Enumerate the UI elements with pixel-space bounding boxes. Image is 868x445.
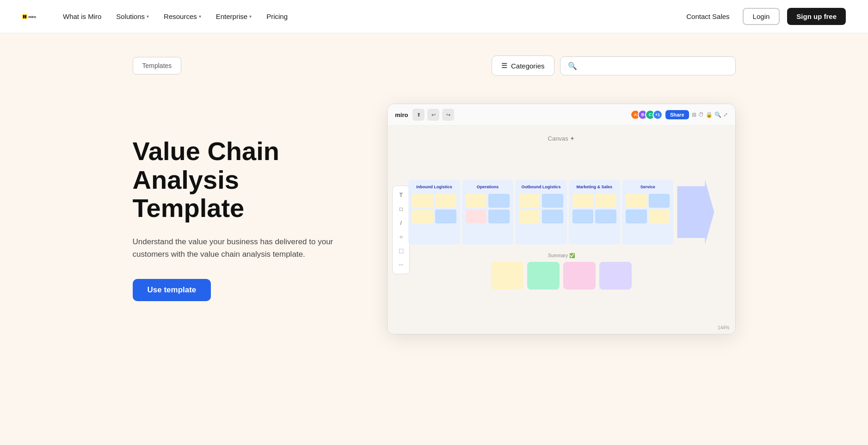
search-categories-bar: ☰ Categories 🔍 bbox=[492, 56, 736, 76]
search-input[interactable] bbox=[582, 62, 728, 70]
canvas-label: Canvas ✦ bbox=[548, 135, 575, 142]
value-chain-diagram: Inbound Logistics Operations bbox=[408, 180, 714, 290]
preview-logo: miro bbox=[395, 111, 408, 118]
nav-link-label: Enterprise bbox=[216, 12, 247, 20]
text-tool[interactable]: T bbox=[394, 189, 407, 202]
sticky-note bbox=[542, 210, 563, 223]
pen-tool[interactable]: / bbox=[394, 216, 407, 229]
sticky-note bbox=[488, 210, 510, 223]
categories-button[interactable]: ☰ Categories bbox=[492, 56, 554, 76]
contact-sales-button[interactable]: Contact Sales bbox=[681, 9, 735, 24]
sticky-note bbox=[595, 194, 616, 208]
signup-button[interactable]: Sign up free bbox=[787, 8, 846, 25]
sticky-note bbox=[542, 194, 563, 208]
nav-link-label: Pricing bbox=[266, 12, 288, 20]
svg-rect-1 bbox=[23, 15, 25, 18]
section-header: Inbound Logistics bbox=[412, 185, 456, 189]
page-title: Value Chain Analysis Template bbox=[133, 137, 351, 222]
toolbar-right: A B C +1 Share ⊞ ⏱ 🔒 🔍 ⤢ bbox=[630, 110, 728, 120]
sticky-note bbox=[649, 210, 670, 223]
svg-rect-0 bbox=[22, 14, 27, 19]
sticky-note bbox=[412, 210, 433, 223]
chain-section-marketing: Marketing & Sales bbox=[569, 180, 620, 245]
search-box[interactable]: 🔍 bbox=[560, 56, 736, 75]
nav-link-label: Resources bbox=[164, 12, 197, 20]
sticky-note bbox=[649, 194, 670, 208]
nav-right: Contact Sales Login Sign up free bbox=[681, 8, 846, 25]
search-icon: 🔍 bbox=[714, 111, 721, 118]
avatar: +1 bbox=[653, 110, 663, 120]
nav-links: What is Miro Solutions ▾ Resources ▾ Ent… bbox=[57, 9, 293, 24]
categories-label: Categories bbox=[511, 62, 545, 70]
frame-tool[interactable]: ⬚ bbox=[394, 244, 407, 257]
sticky-note bbox=[626, 210, 647, 223]
chain-section-inbound: Inbound Logistics bbox=[408, 180, 460, 245]
nav-item-resources[interactable]: Resources ▾ bbox=[158, 9, 207, 24]
nav-link-label: Solutions bbox=[116, 12, 145, 20]
chain-sections: Inbound Logistics Operations bbox=[408, 180, 714, 245]
canvas-area: Canvas ✦ T □ / ○ ⬚ ··· Inbound Logistics bbox=[388, 126, 735, 334]
sticky-notes bbox=[412, 194, 456, 223]
login-button[interactable]: Login bbox=[743, 8, 780, 25]
section-header: Marketing & Sales bbox=[573, 185, 616, 189]
sticky-notes bbox=[573, 194, 616, 223]
lock-icon: 🔒 bbox=[706, 111, 713, 118]
hero-section: Value Chain Analysis Template Understand… bbox=[133, 104, 736, 334]
summary-cards bbox=[408, 262, 714, 290]
preview-toolbar: miro ⬆ ↩ ↪ A B C +1 Share bbox=[388, 104, 735, 126]
use-template-button[interactable]: Use template bbox=[133, 279, 211, 301]
profit-arrow bbox=[677, 180, 714, 245]
sticky-note bbox=[519, 210, 540, 223]
sticky-note bbox=[466, 210, 487, 223]
grid-icon: ⊞ bbox=[692, 111, 696, 118]
sticky-notes bbox=[466, 194, 510, 223]
chevron-down-icon: ▾ bbox=[249, 14, 252, 19]
share-button[interactable]: Share bbox=[665, 110, 689, 119]
timer-icon: ⏱ bbox=[698, 111, 704, 118]
avatar-group: A B C +1 bbox=[630, 110, 663, 120]
navbar: miro What is Miro Solutions ▾ Resources … bbox=[0, 0, 868, 33]
sticky-note bbox=[466, 194, 487, 208]
chevron-down-icon: ▾ bbox=[199, 14, 201, 19]
tool-panel: T □ / ○ ⬚ ··· bbox=[392, 185, 410, 274]
sticky-notes bbox=[519, 194, 563, 223]
shape-tool[interactable]: □ bbox=[394, 203, 407, 216]
sticky-note bbox=[595, 210, 616, 223]
logo[interactable]: miro bbox=[22, 6, 43, 27]
arrow-shape bbox=[677, 180, 714, 245]
main-container: Templates ☰ Categories 🔍 Value Chain Ana… bbox=[111, 33, 758, 362]
search-icon: 🔍 bbox=[568, 62, 577, 70]
sticky-notes bbox=[626, 194, 670, 223]
svg-text:miro: miro bbox=[28, 14, 36, 19]
sticky-note bbox=[435, 210, 456, 223]
section-header: Operations bbox=[466, 185, 510, 189]
summary-label: Summary ✅ bbox=[408, 253, 714, 258]
sticky-note bbox=[488, 194, 510, 208]
nav-left: miro What is Miro Solutions ▾ Resources … bbox=[22, 6, 293, 27]
hero-content: Value Chain Analysis Template Understand… bbox=[133, 137, 351, 301]
sticky-note bbox=[573, 210, 594, 223]
undo-icon-btn[interactable]: ↩ bbox=[427, 109, 439, 121]
nav-item-pricing[interactable]: Pricing bbox=[261, 9, 293, 24]
nav-item-enterprise[interactable]: Enterprise ▾ bbox=[210, 9, 257, 24]
summary-section: Summary ✅ bbox=[408, 253, 714, 290]
nav-item-solutions[interactable]: Solutions ▾ bbox=[111, 9, 154, 24]
nav-item-what-is-miro[interactable]: What is Miro bbox=[57, 9, 107, 24]
sticky-tool[interactable]: ○ bbox=[394, 230, 407, 243]
summary-card-competitive bbox=[491, 262, 523, 290]
summary-card-input bbox=[563, 262, 596, 290]
zoom-indicator: 144% bbox=[718, 325, 730, 330]
chain-section-outbound: Outbound Logistics bbox=[515, 180, 566, 245]
template-preview: miro ⬆ ↩ ↪ A B C +1 Share bbox=[387, 104, 735, 334]
share-icon-btn[interactable]: ⬆ bbox=[412, 109, 425, 121]
toolbar-action-icons: ⬆ ↩ ↪ bbox=[412, 109, 454, 121]
more-tools[interactable]: ··· bbox=[394, 258, 407, 271]
breadcrumb[interactable]: Templates bbox=[133, 57, 182, 74]
sticky-note bbox=[519, 194, 540, 208]
miro-logo-icon: miro bbox=[22, 6, 43, 27]
sticky-note bbox=[435, 194, 456, 208]
redo-icon-btn[interactable]: ↪ bbox=[442, 109, 454, 121]
filter-icon: ☰ bbox=[501, 62, 507, 70]
chevron-down-icon: ▾ bbox=[147, 14, 149, 19]
section-header: Outbound Logistics bbox=[519, 185, 563, 189]
